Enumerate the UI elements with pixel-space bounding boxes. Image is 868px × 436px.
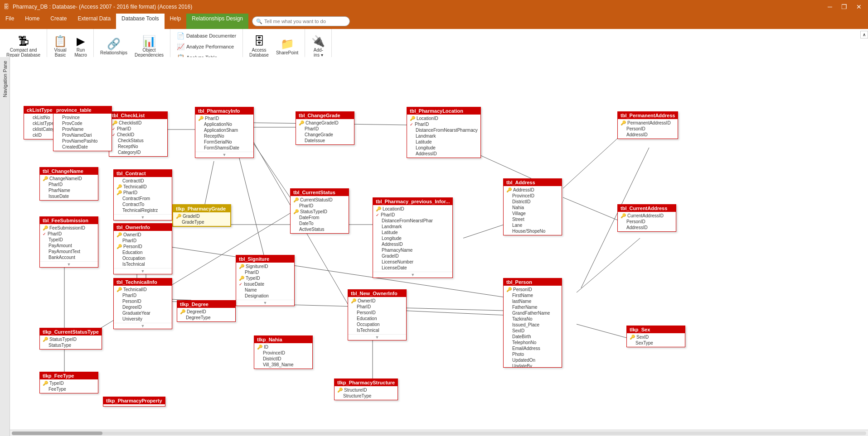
- table-tlkp_PharmacyProperty[interactable]: tlkp_PharmacyProperty: [103, 397, 165, 407]
- table-header-tbl_Person[interactable]: tbl_Person: [504, 278, 562, 286]
- field-name: DateFrom: [299, 215, 319, 220]
- table-tlkp_PharmacyGrade[interactable]: tlkp_PharmacyGrade🔑GradeIDGradeType: [172, 204, 231, 227]
- key-icon: 🔑: [506, 187, 512, 192]
- horizontal-scrollbar[interactable]: [10, 430, 868, 436]
- table-tbl_Signiture[interactable]: tbl_Signiture🔑SignitureIDPharID🔑TypeID✓I…: [236, 255, 295, 306]
- table-header-tbl_Signiture[interactable]: tbl_Signiture: [236, 255, 294, 263]
- access-database-btn[interactable]: 🗄 AccessDatabase: [247, 34, 272, 59]
- table-tbl_Address[interactable]: tbl_Address🔑AddressIDProvinceIDDistrictI…: [503, 178, 562, 235]
- table-tlkp_Degree[interactable]: tlkp_Degree🔑DegreeIDDegreeType: [177, 300, 236, 322]
- table-tbl_Contract[interactable]: tbl_ContractContractID🔑TechnicalID🔑PharI…: [113, 169, 172, 220]
- table-tbl_OwnerInfo[interactable]: tbl_OwnerInfo🔑OwnerIDPharID🔑PersonIDEduc…: [113, 223, 172, 274]
- minimize-btn[interactable]: ─: [825, 2, 835, 11]
- field-name: ProvinceID: [512, 193, 534, 198]
- table-header-tbl_Contract[interactable]: tbl_Contract: [114, 170, 172, 177]
- table-header-tbl_OwnerInfo[interactable]: tbl_OwnerInfo: [114, 224, 172, 231]
- table-tbl_CheckList[interactable]: tbl_CheckList🔑ChecklistID✓PharID✓CheckID…: [109, 111, 168, 157]
- field-row: TelephonNo: [504, 340, 562, 345]
- field-row: Nahia: [504, 205, 562, 211]
- table-tbl_FeeSubmission[interactable]: tbl_FeeSubmission🔑FeeSubmissionID✓PharID…: [39, 216, 98, 268]
- navigation-pane[interactable]: Navigation Pane: [0, 57, 10, 436]
- table-header-province_table[interactable]: province_table: [53, 106, 112, 114]
- tab-external-data[interactable]: External Data: [72, 14, 116, 29]
- tab-home[interactable]: Home: [19, 14, 45, 29]
- table-header-tlkp_PharmacyProperty[interactable]: tlkp_PharmacyProperty: [103, 397, 165, 404]
- field-row: 🔑PharID: [195, 115, 253, 121]
- field-row: 🔑ChangeGradeID: [296, 120, 354, 126]
- table-header-tbl_CurrentStatus[interactable]: tbl_CurrentStatus: [291, 189, 349, 196]
- table-tbl_ChangeName[interactable]: tbl_ChangeName🔑ChangeNameIDPharIDPharNam…: [39, 167, 98, 201]
- close-btn[interactable]: ✕: [853, 2, 864, 11]
- tab-help[interactable]: Help: [165, 14, 187, 29]
- field-row: Latitude: [407, 139, 480, 145]
- table-header-tlkp_Degree[interactable]: tlkp_Degree: [177, 301, 235, 308]
- key-icon: 🔑: [176, 214, 181, 219]
- table-header-tbl_PharmacyLocation[interactable]: tbl_PharmacyLocation: [407, 107, 480, 115]
- run-macro-btn[interactable]: ▶ RunMacro: [72, 34, 90, 59]
- table-header-tlkp_Nahia[interactable]: tlkp_Nahia: [254, 336, 312, 343]
- table-tbl_PharmacyInfo[interactable]: tbl_PharmacyInfo🔑PharIDApplicationNoAppl…: [195, 107, 254, 158]
- field-name: FeeType: [48, 387, 66, 392]
- table-header-tlkp_PharmacyGrade[interactable]: tlkp_PharmacyGrade: [173, 205, 230, 212]
- table-header-tbl_Address[interactable]: tbl_Address: [504, 179, 562, 186]
- table-tlkp_FeeType[interactable]: tlkp_FeeType🔑TypeIDFeeType: [39, 372, 98, 393]
- table-header-tbl_New_OwnerInfo[interactable]: tbl_New_OwnerInfo: [348, 290, 406, 297]
- table-header-tbl_FeeSubmission[interactable]: tbl_FeeSubmission: [40, 217, 98, 224]
- scrollbar-thumb[interactable]: [12, 431, 102, 435]
- canvas[interactable]: tbl_CheckList🔑ChecklistID✓PharID✓CheckID…: [10, 57, 868, 430]
- table-tbl_PermanentAddress[interactable]: tbl_PermanentAddress🔑PermanentAddressIDP…: [617, 111, 678, 139]
- table-province_table[interactable]: province_tableProvinceProvCodeProvNamePr…: [53, 106, 112, 151]
- table-tbl_CurrentAddress[interactable]: tbl_CurrentAddress🔑CurrentAddressIDPerso…: [617, 204, 676, 232]
- table-header-tbl_Pharmacy_previous_Infor[interactable]: tbl_Pharmacy_previous_Infor...: [373, 198, 452, 205]
- table-header-tbl_PermanentAddress[interactable]: tbl_PermanentAddress: [618, 112, 678, 119]
- table-header-tlkp_PharmacyStructure[interactable]: tlkp_PharmacyStructure: [335, 379, 398, 386]
- table-tlkp_Nahia[interactable]: tlkp_Nahia🔑IDProvinceIDDistrictIDVill_39…: [254, 335, 313, 369]
- field-row: AddressID: [407, 151, 480, 157]
- compact-repair-btn[interactable]: 🗜 Compact andRepair Database: [4, 34, 43, 59]
- table-header-tbl_TechnicalInfo[interactable]: tbl_TechnicalInfo: [114, 278, 172, 286]
- table-tbl_ChangeGrade[interactable]: tbl_ChangeGrade🔑ChangeGradeIDPharIDChang…: [296, 111, 354, 145]
- field-row: CheckStatus: [109, 138, 167, 144]
- visual-basic-btn[interactable]: 📋 VisualBasic: [51, 34, 70, 59]
- sharepoint-btn[interactable]: 📁 SharePoint: [273, 37, 301, 57]
- ribbon-collapse-btn[interactable]: ∧: [860, 31, 868, 38]
- table-header-tlkp_FeeType[interactable]: tlkp_FeeType: [40, 372, 98, 379]
- table-header-tlkp_Sex[interactable]: tlkp_Sex: [627, 326, 685, 333]
- field-row: 🔑PersonID: [114, 244, 172, 249]
- tab-create[interactable]: Create: [45, 14, 72, 29]
- table-header-tbl_ChangeGrade[interactable]: tbl_ChangeGrade: [296, 112, 354, 119]
- field-name: AddressID: [382, 242, 403, 247]
- field-name: DegreeID: [187, 309, 206, 314]
- tab-file[interactable]: File: [0, 14, 19, 29]
- table-tlkp_PharmacyStructure[interactable]: tlkp_PharmacyStructure🔑StructureIDStruct…: [334, 379, 398, 400]
- table-tbl_TechnicalInfo[interactable]: tbl_TechnicalInfo🔑TechnicalIDPharIDPerso…: [113, 278, 172, 329]
- table-header-tlkp_CurrentStatusType[interactable]: tlkp_CurrentStatusType: [40, 328, 102, 335]
- title-text: Pharmacy_DB : Database- (Access 2007 - 2…: [13, 4, 192, 10]
- tab-relationships-design[interactable]: Relationships Design: [186, 14, 248, 29]
- table-header-tbl_ChangeName[interactable]: tbl_ChangeName: [40, 168, 98, 175]
- table-header-tbl_PharmacyInfo[interactable]: tbl_PharmacyInfo: [195, 107, 253, 115]
- database-documenter-btn[interactable]: 📄 Database Documenter: [174, 31, 239, 41]
- field-row: Occupation: [348, 321, 406, 327]
- search-input[interactable]: [264, 19, 346, 24]
- field-name: ApplicationNo: [204, 122, 232, 127]
- table-tbl_Person[interactable]: tbl_Person🔑PersonIDFirstNamelastNameFath…: [503, 278, 562, 368]
- object-dependencies-btn[interactable]: 📊 ObjectDependencies: [132, 34, 166, 59]
- table-tbl_Pharmacy_previous_Infor[interactable]: tbl_Pharmacy_previous_Infor...🔑LocationI…: [373, 197, 453, 278]
- table-header-tbl_CheckList[interactable]: tbl_CheckList: [109, 112, 167, 119]
- tab-database-tools[interactable]: Database Tools: [116, 14, 165, 29]
- field-name: CurrentAddressID: [627, 213, 664, 218]
- table-tlkp_Sex[interactable]: tlkp_Sex🔑SexIDSexType: [626, 326, 685, 347]
- table-header-tbl_CurrentAddress[interactable]: tbl_CurrentAddress: [618, 205, 676, 212]
- maximize-btn[interactable]: ❐: [839, 2, 850, 11]
- field-row: ✓PharID: [109, 126, 167, 132]
- analyze-performance-btn[interactable]: 📈 Analyze Performance: [174, 42, 237, 52]
- table-tbl_CurrentStatus[interactable]: tbl_CurrentStatus🔑CurrentStatusIDPharID🔑…: [290, 188, 349, 234]
- addins-btn[interactable]: 🔌 Add-ins ▾: [309, 34, 328, 59]
- table-tbl_PharmacyLocation[interactable]: tbl_PharmacyLocation🔑LocationID✓PharIDDi…: [407, 107, 481, 158]
- table-tlkp_CurrentStatusType[interactable]: tlkp_CurrentStatusType🔑StatusTypeIDStatu…: [39, 328, 102, 350]
- field-row: Education: [348, 316, 406, 321]
- search-box[interactable]: 🔍: [252, 16, 350, 26]
- table-tbl_New_OwnerInfo[interactable]: tbl_New_OwnerInfo🔑OwnerIDPharIDPersonIDE…: [348, 289, 407, 340]
- relationships-btn[interactable]: 🔗 Relationships: [97, 37, 130, 57]
